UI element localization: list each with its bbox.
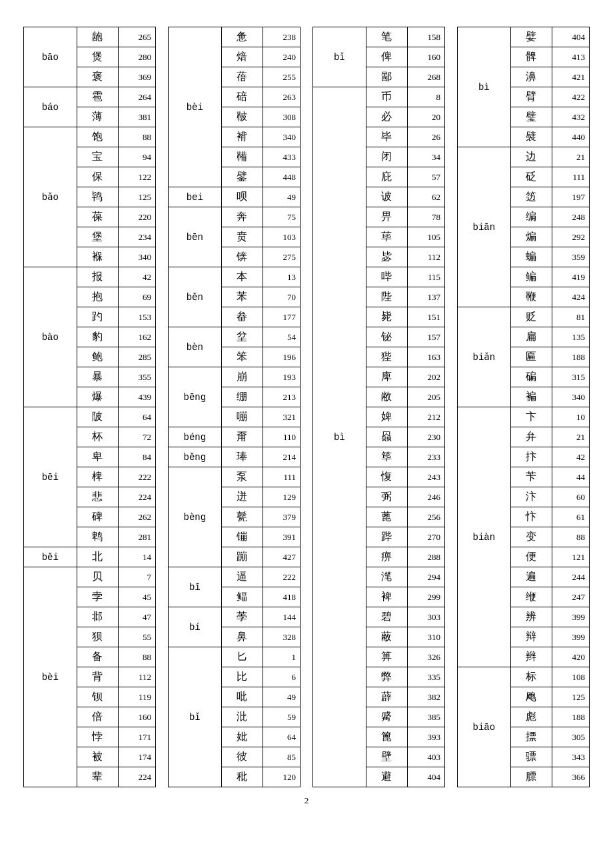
character-cell: 辨 xyxy=(510,607,552,627)
index-column: bèi惫238焙240蓓255碚263鞁308褙340鞴433鐾448bei呗4… xyxy=(168,27,301,787)
character-cell: 报 xyxy=(77,267,118,287)
character-cell: 堡 xyxy=(77,227,118,247)
character-cell: 邶 xyxy=(77,607,118,627)
character-cell: 逼 xyxy=(221,567,263,587)
character-cell: 碥 xyxy=(510,367,552,387)
character-cell: 标 xyxy=(510,667,552,687)
page-ref-cell: 263 xyxy=(263,87,300,107)
page-ref-cell: 137 xyxy=(407,287,444,307)
character-cell: 苯 xyxy=(221,287,263,307)
page-ref-cell: 294 xyxy=(407,567,444,587)
character-cell: 畚 xyxy=(221,307,263,327)
character-cell: 琫 xyxy=(221,447,263,467)
character-cell: 鞁 xyxy=(221,107,263,127)
page-ref-cell: 382 xyxy=(407,687,444,707)
page-ref-cell: 205 xyxy=(407,387,444,407)
table-row: bǎo饱88 xyxy=(24,127,156,147)
page-ref-cell: 244 xyxy=(552,567,589,587)
character-cell: 闭 xyxy=(366,147,407,167)
pinyin-cell: bì xyxy=(313,87,366,787)
character-cell: 爆 xyxy=(77,387,118,407)
character-cell: 蹦 xyxy=(221,547,263,567)
page-ref-cell: 193 xyxy=(263,367,300,387)
page-ref-cell: 45 xyxy=(118,587,155,607)
character-cell: 苄 xyxy=(510,467,552,487)
character-cell: 汴 xyxy=(510,487,552,507)
page-ref-cell: 214 xyxy=(263,447,300,467)
character-cell: 孛 xyxy=(77,587,118,607)
page-ref-cell: 265 xyxy=(118,27,155,47)
character-cell: 毕 xyxy=(366,127,407,147)
character-cell: 杯 xyxy=(77,427,118,447)
character-cell: 毖 xyxy=(366,247,407,267)
page-ref-cell: 162 xyxy=(118,327,155,347)
pinyin-cell: bei xyxy=(169,187,222,207)
character-cell: 遍 xyxy=(510,567,552,587)
character-cell: 哔 xyxy=(366,267,407,287)
character-cell: 钡 xyxy=(77,687,118,707)
character-cell: 璧 xyxy=(510,107,552,127)
table-row: běi北14 xyxy=(24,547,156,567)
character-cell: 椑 xyxy=(77,467,118,487)
character-cell: 悖 xyxy=(77,727,118,747)
character-cell: 鲾 xyxy=(221,587,263,607)
table-row: béng甭110 xyxy=(169,427,301,447)
page-ref-cell: 177 xyxy=(263,307,300,327)
page-ref-cell: 281 xyxy=(118,527,155,547)
index-table: bèi惫238焙240蓓255碚263鞁308褙340鞴433鐾448bei呗4… xyxy=(168,27,301,787)
character-cell: 濞 xyxy=(510,67,552,87)
character-cell: 狴 xyxy=(366,347,407,367)
index-table: bǐ笔158俾160鄙268bì币8必20毕26闭34庇57诐62畀78荜105… xyxy=(312,27,445,787)
character-cell: 骠 xyxy=(510,747,552,767)
character-cell: 褙 xyxy=(221,127,263,147)
character-cell: 鼻 xyxy=(221,627,263,647)
table-row: bì币8 xyxy=(313,87,445,107)
character-cell: 鲍 xyxy=(77,347,118,367)
page-ref-cell: 121 xyxy=(552,547,589,567)
page-ref-cell: 247 xyxy=(552,587,589,607)
page-ref-cell: 285 xyxy=(118,347,155,367)
page-ref-cell: 328 xyxy=(263,627,300,647)
table-row: bei呗49 xyxy=(169,187,301,207)
page-ref-cell: 230 xyxy=(407,427,444,447)
page-ref-cell: 60 xyxy=(552,487,589,507)
page-ref-cell: 157 xyxy=(407,327,444,347)
character-cell: 蔽 xyxy=(366,627,407,647)
page-ref-cell: 85 xyxy=(263,747,300,767)
page-ref-cell: 399 xyxy=(552,607,589,627)
character-cell: 保 xyxy=(77,167,118,187)
page-ref-cell: 14 xyxy=(118,547,155,567)
page-ref-cell: 7 xyxy=(118,567,155,587)
page-ref-cell: 240 xyxy=(263,47,300,67)
page-ref-cell: 160 xyxy=(118,707,155,727)
page-ref-cell: 355 xyxy=(118,367,155,387)
table-row: bī逼222 xyxy=(169,567,301,587)
character-cell: 豹 xyxy=(77,327,118,347)
character-cell: 碑 xyxy=(77,507,118,527)
page-ref-cell: 158 xyxy=(407,27,444,47)
character-cell: 比 xyxy=(221,667,263,687)
pinyin-cell: biāo xyxy=(458,667,511,787)
pinyin-cell: bǐ xyxy=(313,27,366,87)
table-row: bí荸144 xyxy=(169,607,301,627)
pinyin-cell: běn xyxy=(169,267,222,327)
character-cell: 褓 xyxy=(77,247,118,267)
page-ref-cell: 64 xyxy=(263,727,300,747)
page-ref-cell: 196 xyxy=(263,347,300,367)
page-ref-cell: 44 xyxy=(552,467,589,487)
page-ref-cell: 129 xyxy=(263,487,300,507)
page-ref-cell: 111 xyxy=(552,167,589,187)
character-cell: 碚 xyxy=(221,87,263,107)
page-ref-cell: 163 xyxy=(407,347,444,367)
page-number: 2 xyxy=(23,795,590,806)
page-ref-cell: 111 xyxy=(263,467,300,487)
page-ref-cell: 224 xyxy=(118,767,155,787)
page-ref-cell: 335 xyxy=(407,667,444,687)
pinyin-cell: bèn xyxy=(169,327,222,367)
page-ref-cell: 174 xyxy=(118,747,155,767)
table-row: biāo标108 xyxy=(458,667,590,687)
character-cell: 婢 xyxy=(366,407,407,427)
character-cell: 本 xyxy=(221,267,263,287)
page-ref-cell: 70 xyxy=(263,287,300,307)
page-ref-cell: 54 xyxy=(263,327,300,347)
